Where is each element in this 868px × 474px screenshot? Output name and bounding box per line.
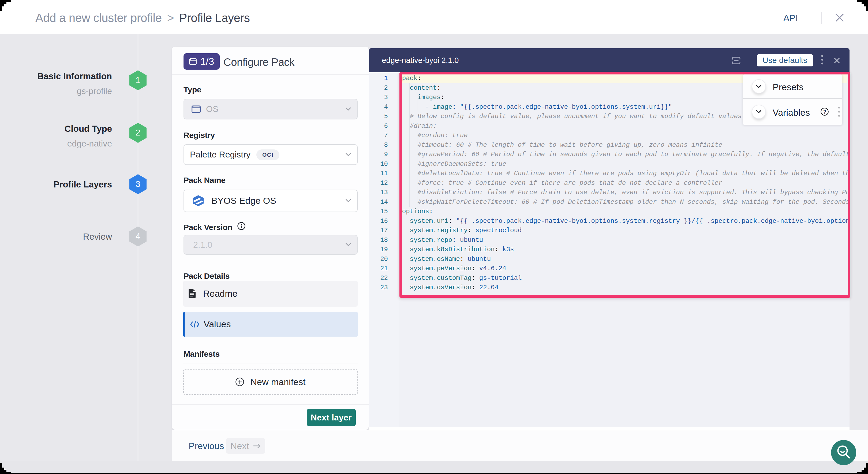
svg-text:?: ?	[823, 109, 826, 115]
